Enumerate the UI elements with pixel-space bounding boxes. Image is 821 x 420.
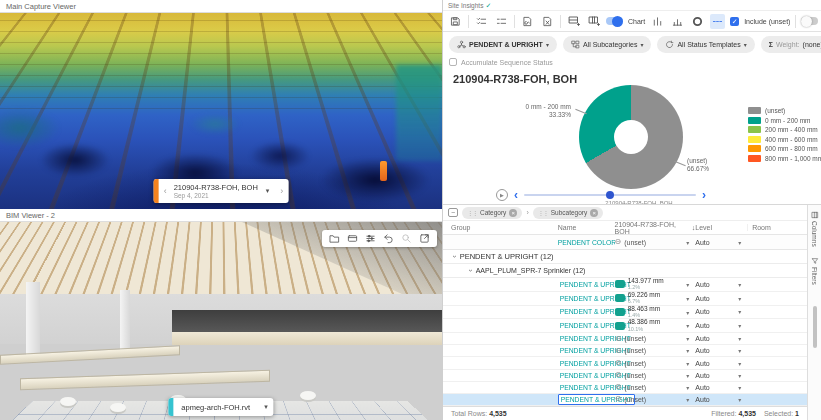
row-level[interactable]: Auto	[695, 335, 709, 342]
subcategory-filter-dropdown[interactable]: All Subcategories ▾	[563, 36, 652, 53]
collapse-group-icon[interactable]: ›	[466, 269, 475, 272]
drag-handle-icon[interactable]: ⋮⋮	[467, 209, 477, 216]
add-row-icon[interactable]	[566, 14, 581, 29]
row-level[interactable]: Auto	[695, 396, 709, 403]
scrollbar-thumb[interactable]	[813, 306, 817, 348]
search-icon[interactable]	[401, 233, 412, 244]
drag-handle-icon[interactable]: ⋮⋮	[538, 209, 548, 216]
remove-chip-icon[interactable]: ×	[590, 209, 598, 217]
table-row[interactable]: PENDENT & UPRIGHT ⊖(unset) ▾ Auto▾	[443, 370, 807, 382]
chevron-down-icon[interactable]: ▾	[686, 347, 689, 354]
chevron-down-icon[interactable]: ▾	[738, 384, 741, 391]
chevron-down-icon[interactable]: ▾	[686, 281, 689, 288]
dashes-chart-icon[interactable]	[710, 14, 725, 29]
weight-filter-dropdown[interactable]: Σ Weight: (none) ▾	[761, 36, 821, 53]
chevron-down-icon[interactable]: ▾	[738, 335, 741, 342]
point-cloud-viewport[interactable]: ‹ 210904-R738-FOH, BOH Sep 4, 2021 ▾ ›	[0, 13, 442, 209]
chevron-down-icon[interactable]: ▾	[686, 239, 689, 246]
chevron-down-icon[interactable]: ▾	[686, 396, 689, 403]
bim-model-dropdown-icon[interactable]: ▾	[258, 403, 274, 411]
row-level[interactable]: Auto	[695, 295, 709, 302]
group-chip-subcategory[interactable]: ⋮⋮ Subcategory ×	[533, 207, 604, 219]
table-row[interactable]: PENDENT & UPRIGHT 88.463 mm 1.4% ⊖ ▾ Aut…	[443, 306, 807, 320]
chevron-down-icon[interactable]: ▾	[738, 281, 741, 288]
table-row[interactable]: PENDENT & UPRIGHT 69.226 mm 6.7% ⊖ ▾ Aut…	[443, 292, 807, 306]
column-chart-icon[interactable]	[670, 14, 685, 29]
chevron-down-icon[interactable]: ▾	[686, 295, 689, 302]
capture-selector-chip[interactable]: ‹ 210904-R738-FOH, BOH Sep 4, 2021 ▾ ›	[154, 179, 289, 203]
row-level[interactable]: Auto	[695, 360, 709, 367]
capture-location-marker[interactable]	[380, 161, 387, 181]
chevron-down-icon[interactable]: ▾	[686, 309, 689, 316]
category-filter-dropdown[interactable]: PENDENT & UPRIGHT ▾	[449, 36, 557, 53]
table-row[interactable]: PENDENT & UPRIGHT ⊖(unset) ▾ Auto▾	[443, 345, 807, 357]
chevron-down-icon[interactable]: ▾	[738, 396, 741, 403]
chevron-down-icon[interactable]: ▾	[738, 372, 741, 379]
row-level[interactable]: Auto	[695, 372, 709, 379]
column-header-room[interactable]: Room	[747, 224, 807, 231]
table-row[interactable]: PENDENT & UPRIGHT ⊖(unset) ▾ Auto▾	[443, 333, 807, 345]
open-in-new-icon[interactable]	[419, 233, 430, 244]
group-row[interactable]: › PENDENT & UPRIGHT (12)	[443, 250, 807, 264]
donut-chart[interactable]	[579, 85, 683, 189]
column-header-name[interactable]: Name	[558, 224, 615, 231]
undo-icon[interactable]	[383, 233, 394, 244]
chevron-down-icon[interactable]: ▾	[738, 295, 741, 302]
capture-prev-icon[interactable]: ‹	[159, 186, 172, 196]
row-level[interactable]: Auto	[695, 308, 709, 315]
chevron-down-icon[interactable]: ▾	[686, 335, 689, 342]
include-unset-checkbox[interactable]: ✓	[730, 17, 739, 26]
chevron-down-icon[interactable]: ▾	[738, 360, 741, 367]
remove-chip-icon[interactable]: ×	[509, 209, 517, 217]
donut-chart-icon[interactable]	[690, 14, 705, 29]
capture-next-icon[interactable]: ›	[275, 186, 288, 196]
row-level[interactable]: Auto	[695, 384, 709, 391]
chevron-down-icon[interactable]: ▾	[738, 308, 741, 315]
export-csv-icon[interactable]	[520, 14, 535, 29]
save-icon[interactable]	[448, 14, 463, 29]
chevron-down-icon[interactable]: ▾	[738, 322, 741, 329]
table-row[interactable]: PENDENT & UPRIGHT 48.386 mm 10.1% ⊖ ▾ Au…	[443, 319, 807, 333]
status-template-filter-dropdown[interactable]: All Status Templates ▾	[657, 36, 754, 53]
capture-chip-dropdown-icon[interactable]: ▾	[260, 187, 276, 195]
chevron-down-icon[interactable]: ▾	[686, 372, 689, 379]
table-row[interactable]: PENDENT & UPRIGHT ⊖(unset) ▾ Auto▾	[443, 357, 807, 369]
group-chip-category[interactable]: ⋮⋮ Category ×	[462, 207, 522, 219]
column-header-capture[interactable]: 210904-R738-FOH, BOH↓	[615, 221, 696, 235]
tab-columns[interactable]: Columns	[811, 211, 819, 247]
column-header-level[interactable]: Level	[695, 224, 747, 231]
chevron-down-icon[interactable]: ▾	[738, 347, 741, 354]
row-level[interactable]: Auto	[695, 347, 709, 354]
chevron-down-icon[interactable]: ▾	[686, 384, 689, 391]
timeline-handle[interactable]	[606, 191, 614, 199]
views-card-icon[interactable]	[347, 233, 358, 244]
collapse-group-icon[interactable]: ›	[450, 255, 459, 258]
custom-properties-toggle[interactable]	[801, 17, 818, 25]
bim-model-chip[interactable]: apmeg-arch-FOH.rvt ▾	[168, 398, 273, 416]
accumulate-checkbox[interactable]	[449, 58, 457, 66]
export-xls-icon[interactable]	[540, 14, 555, 29]
bar-chart-icon[interactable]	[650, 14, 665, 29]
chevron-down-icon[interactable]: ▾	[738, 239, 741, 246]
row-level[interactable]: Auto	[695, 281, 709, 288]
settings-sliders-icon[interactable]	[365, 233, 376, 244]
pinned-row-value[interactable]: (unset)	[624, 239, 646, 246]
chevron-down-icon[interactable]: ▾	[686, 322, 689, 329]
bim-viewport[interactable]: apmeg-arch-FOH.rvt ▾	[0, 222, 442, 420]
checklist-icon[interactable]	[474, 14, 489, 29]
subgroup-row[interactable]: › AAPL_PLUM_SPR-7 Sprinkler (12)	[443, 264, 807, 278]
pinned-row-name[interactable]: PENDENT COLOR P...	[558, 239, 615, 246]
row-level[interactable]: Auto	[695, 322, 709, 329]
slider-next-icon[interactable]: ›	[702, 190, 706, 200]
table-row[interactable]: PENDENT & UPRIGHT ⊖(unset) ▾ Auto▾	[443, 382, 807, 394]
timeline-track[interactable]	[524, 194, 696, 196]
chart-toggle[interactable]	[606, 17, 623, 25]
column-header-group[interactable]: Group	[443, 224, 558, 231]
folder-icon[interactable]	[329, 233, 340, 244]
collapse-all-icon[interactable]: −	[448, 208, 458, 217]
chevron-down-icon[interactable]: ▾	[686, 360, 689, 367]
play-icon[interactable]: ▶	[496, 189, 508, 201]
slider-prev-icon[interactable]: ‹	[514, 190, 518, 200]
table-row[interactable]: PENDENT & UPRIGHT ⊖(unset) ▾ Auto▾	[443, 394, 807, 406]
add-column-icon[interactable]	[586, 14, 601, 29]
